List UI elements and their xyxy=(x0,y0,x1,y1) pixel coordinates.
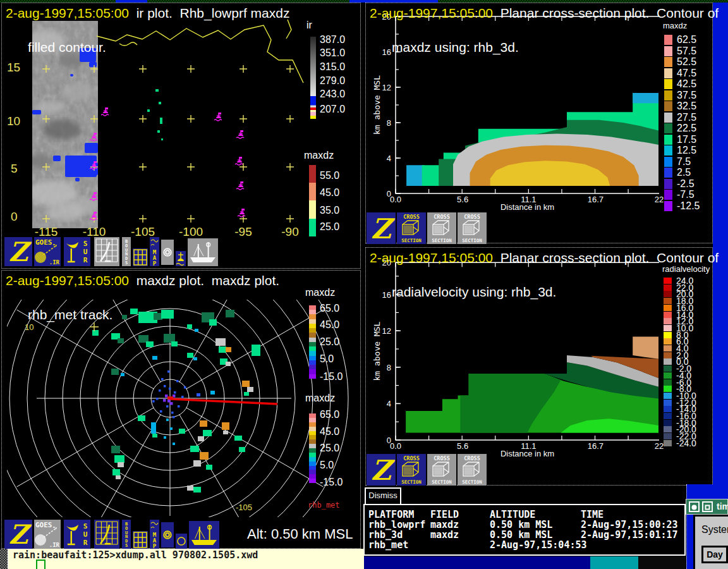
altitude-readout: Alt: 0.50 km MSL xyxy=(247,526,353,542)
svg-text:22: 22 xyxy=(655,195,664,204)
toolbar-ir-panel: ZGOES.IRSURBOUNDSMAP xyxy=(2,237,360,267)
colorbar-tick-label: -24.0 xyxy=(676,438,696,448)
colorbar-tick-label: 65.0 xyxy=(320,409,339,420)
cross-icon: CROSSSECTION xyxy=(427,212,456,244)
colorbar-tick-label: 207.0 xyxy=(320,104,345,115)
colorbar-swatch xyxy=(664,358,672,365)
gear-icon xyxy=(161,522,174,548)
toolbar-button-ship[interactable] xyxy=(188,238,218,266)
svg-text:22: 22 xyxy=(655,441,664,451)
z-icon: Z xyxy=(367,212,396,244)
svg-text:CROSS: CROSS xyxy=(403,214,420,220)
svg-text:5.6: 5.6 xyxy=(457,195,468,204)
svg-text:Z: Z xyxy=(371,454,396,486)
toolbar-button-circle[interactable] xyxy=(176,534,187,549)
track-platform-label: rhb_met xyxy=(308,501,340,510)
colorbar-swatch xyxy=(664,168,672,178)
window-iconify-button[interactable] xyxy=(702,501,713,512)
colorbar-swatch xyxy=(664,312,672,318)
toolbar-button-cross[interactable]: CROSSSECTION xyxy=(458,454,487,486)
toolbar-button-z[interactable]: Z xyxy=(367,454,396,486)
svg-text:-110: -110 xyxy=(83,225,106,238)
cross-icon: CROSSSECTION xyxy=(458,454,487,486)
toolbar-button-gridradar[interactable] xyxy=(94,520,119,549)
time-window-titlebar[interactable]: tim xyxy=(686,499,728,515)
colorbar-swatch xyxy=(664,123,672,133)
toolbar-button-grid3[interactable] xyxy=(133,248,148,266)
window-menu-button[interactable] xyxy=(689,501,700,512)
toolbar-button-goes[interactable]: GOES.IR xyxy=(34,520,61,549)
bounds-icon: BOUNDS xyxy=(122,237,131,266)
toolbar-button-grid3[interactable] xyxy=(133,531,148,549)
colorbar-swatch xyxy=(664,413,672,419)
colorbar-swatch xyxy=(664,145,672,156)
toolbar-button-ship[interactable] xyxy=(189,521,219,549)
panel-title: 2-aug-1997,15:05:00 ir plot. Rhb_lowprf … xyxy=(6,4,289,56)
toolbar-button-cross[interactable]: CROSSSECTION xyxy=(397,454,426,486)
colorbar-tick-label: 25.0 xyxy=(320,336,339,348)
gridradar-icon xyxy=(94,520,119,549)
colorbar-tick-label: 47.5 xyxy=(677,68,696,79)
toolbar-button-gear[interactable] xyxy=(161,240,174,265)
toolbar-button-sur[interactable]: SUR xyxy=(64,520,90,549)
svg-text:SECTION: SECTION xyxy=(432,238,452,243)
svg-text:16.7: 16.7 xyxy=(588,441,604,451)
panel-maxdz-cross-section: 0481216200.05.611.116.722Distance in kmk… xyxy=(365,3,713,243)
platform-status-table: PLATFORMFIELDALTITUDETIMErhb_lowprfmaxdz… xyxy=(363,504,686,556)
dismiss-button[interactable]: Dismiss xyxy=(365,487,401,506)
toolbar-button-buoy[interactable] xyxy=(176,251,186,266)
circle-icon xyxy=(690,503,698,511)
svg-text:CROSS: CROSS xyxy=(464,455,480,462)
colorbar-swatch xyxy=(664,365,672,372)
colorbar-tick-label: 279.0 xyxy=(320,75,345,87)
cross-icon: CROSSSECTION xyxy=(458,212,487,244)
svg-text:12: 12 xyxy=(382,83,391,92)
svg-text:CROSS: CROSS xyxy=(403,455,420,462)
toolbar-button-z[interactable]: Z xyxy=(367,212,396,244)
svg-text:10: 10 xyxy=(25,322,33,332)
toolbar-button-z[interactable]: Z xyxy=(4,237,32,266)
toolbar-button-cross[interactable]: CROSSSECTION xyxy=(427,212,456,244)
panel-maxdz-ppi: 10-105 2-aug-1997,15:05:00 maxdz plot. m… xyxy=(1,270,361,549)
toolbar-button-map[interactable]: MAP xyxy=(150,237,159,266)
colorbar-tick-label: 35.0 xyxy=(320,205,339,216)
svg-text:SECTION: SECTION xyxy=(432,479,452,485)
svg-text:Z: Z xyxy=(9,520,32,549)
svg-text:-100: -100 xyxy=(179,225,203,238)
toolbar-button-gridradar[interactable] xyxy=(94,237,119,266)
panel-title: 2-aug-1997,15:05:00 maxdz plot. maxdz pl… xyxy=(6,272,279,323)
colorbar-swatch xyxy=(664,157,672,167)
toolbar-button-cross[interactable]: CROSSSECTION xyxy=(458,212,487,244)
toolbar-button-gear[interactable] xyxy=(161,522,174,548)
svg-text:0: 0 xyxy=(11,210,18,223)
colorbar-tick-label: -7.5 xyxy=(677,189,695,200)
title-text: Planar cross-section plot. Contour of xyxy=(493,250,719,265)
colorbar-swatch xyxy=(664,90,672,101)
title-timestamp: 2-aug-1997,15:05:00 xyxy=(6,273,129,288)
colorbar-swatch xyxy=(664,332,672,338)
map-icon: MAP xyxy=(150,237,159,266)
toolbar-button-bounds[interactable]: BOUNDS xyxy=(122,520,131,549)
toolbar-button-goes[interactable]: GOES.IR xyxy=(34,237,61,266)
toolbar-button-bounds[interactable]: BOUNDS xyxy=(122,237,131,266)
svg-text:R: R xyxy=(83,256,88,264)
colorbar-swatch xyxy=(664,201,672,211)
ir-colorbar-title: ir xyxy=(306,20,312,31)
terminal-scrollbar[interactable] xyxy=(0,549,8,569)
colorbar-tick-label: 25.0 xyxy=(320,443,339,454)
toolbar-button-map[interactable]: MAP xyxy=(150,520,159,549)
toolbar-button-z[interactable]: Z xyxy=(4,520,32,549)
svg-text:SECTION: SECTION xyxy=(462,238,482,243)
table-row: rhb_met2-Aug-97,15:04:53 xyxy=(365,539,684,549)
toolbar-button-cross[interactable]: CROSSSECTION xyxy=(427,454,456,486)
terminal-window[interactable]: rain:beaufait:125>xdump.all 970802.1505.… xyxy=(0,549,364,569)
day-button[interactable]: Day xyxy=(701,546,728,563)
svg-text:U: U xyxy=(83,530,88,539)
square-icon xyxy=(703,503,712,511)
maxdz-colorbar-title: maxdz xyxy=(305,393,335,404)
title-timestamp: 2-aug-1997,15:05:00 xyxy=(370,6,493,20)
svg-text:0.0: 0.0 xyxy=(390,195,401,204)
toolbar-button-cross[interactable]: CROSSSECTION xyxy=(397,212,426,244)
bottom-strip-dark xyxy=(638,555,686,569)
toolbar-button-sur[interactable]: SUR xyxy=(64,237,90,266)
